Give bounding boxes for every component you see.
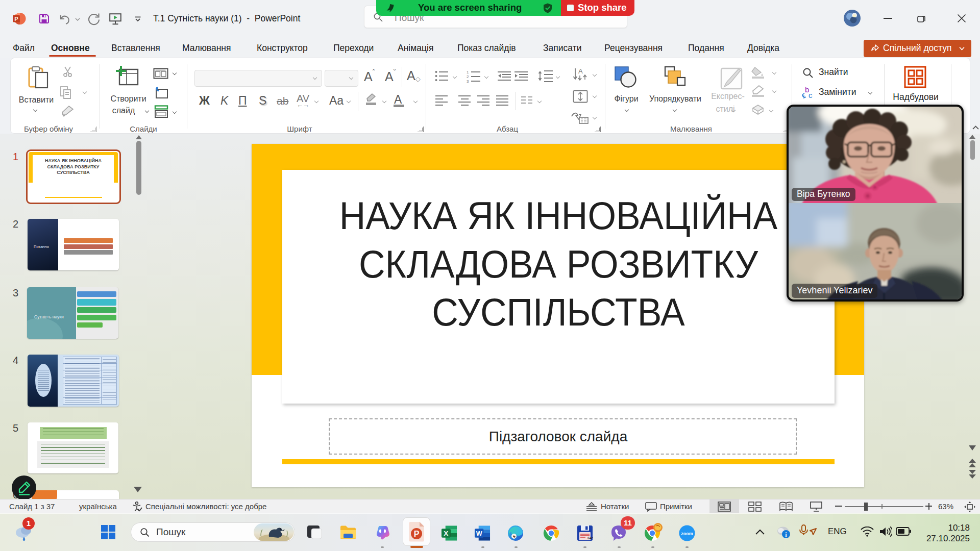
svg-text:zoom: zoom xyxy=(681,531,693,536)
svg-text:1: 1 xyxy=(467,70,469,74)
svg-text:А: А xyxy=(578,67,583,75)
svg-text:P: P xyxy=(14,16,18,22)
svg-text:X: X xyxy=(444,530,448,537)
svg-text:2: 2 xyxy=(467,74,469,79)
svg-text:c: c xyxy=(808,91,813,99)
svg-text:W: W xyxy=(476,530,482,537)
svg-text:P: P xyxy=(414,530,420,538)
svg-text:64:: 64: xyxy=(587,536,593,540)
svg-text:3: 3 xyxy=(467,79,469,83)
